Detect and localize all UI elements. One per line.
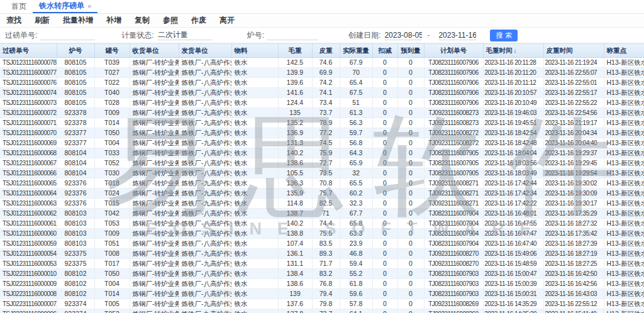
column-header-receiver[interactable]: 收货单位	[130, 44, 179, 58]
cell-tare: 71.7	[312, 259, 340, 269]
date-from-input[interactable]	[384, 30, 422, 40]
table-row[interactable]: TSJ01231116000077808105T027炼钢厂-转炉业务区炼铁厂-…	[0, 68, 644, 78]
table-row[interactable]: TSJ01231116000072923378T009炼钢厂-转炉业务区炼铁厂-…	[0, 108, 644, 118]
search-button[interactable]: 搜索	[490, 30, 518, 41]
cell-material: 铁水	[231, 309, 278, 313]
table-row[interactable]: TSJ01231116000054923375T008炼钢厂-转炉业务区炼铁厂-…	[0, 249, 644, 259]
cell-deduction: 0	[372, 219, 397, 229]
cell-net: 61.3	[340, 108, 372, 118]
table-row[interactable]: TSJ01231116000068808104T033炼钢厂-转炉业务区炼铁厂-…	[0, 148, 644, 158]
table-row[interactable]: TSJ01231116000069923377T004炼钢厂-转炉业务区炼铁厂-…	[0, 138, 644, 148]
table-row[interactable]: TSJ01231116000065923376T018炼钢厂-转炉业务区炼铁厂-…	[0, 178, 644, 189]
measure-status-input[interactable]	[158, 30, 212, 40]
add-button[interactable]: 补增	[106, 15, 121, 26]
cell-net: 55.2	[340, 269, 372, 279]
cell-shipper: 炼铁厂-九高炉作业区	[179, 128, 231, 138]
cell-tare: 74.6	[312, 58, 340, 68]
table-row[interactable]: TSJ02231116000007923374T005炼钢厂-转炉业务区炼铁厂-…	[0, 299, 644, 309]
filter-bar: 过磅单号: 计量状态: 炉号: 创建日期: - 搜索	[0, 28, 644, 43]
cell-material: 铁水	[231, 189, 278, 199]
table-row[interactable]: TSJ01231116000073808105T028炼钢厂-转炉业务区炼铁厂-…	[0, 98, 644, 108]
close-icon[interactable]: ×	[87, 3, 91, 10]
cell-tare_time: 2023-11-16 22:54:56	[543, 108, 604, 118]
copy-button[interactable]: 复制	[135, 15, 150, 26]
batch-add-button[interactable]: 批量补增	[63, 15, 93, 26]
waybill-no-input[interactable]	[40, 30, 95, 40]
column-header-gross_time[interactable]: 毛重时间↓	[483, 44, 543, 58]
table-row[interactable]: TSJ01231116000066808104T030炼钢厂-转炉业务区炼铁厂-…	[0, 168, 644, 178]
cell-gross: 136.3	[278, 178, 312, 189]
cell-gross_time: 2023-11-16 20:11:12	[483, 78, 543, 88]
cell-tare_time: 2023-11-16 19:30:02	[543, 178, 604, 189]
table-row[interactable]: TSJ02231116000006923374T052炼钢厂-转炉业务区炼铁厂-…	[0, 309, 644, 313]
table-row[interactable]: TSJ02231116000009808102T004炼钢厂-转炉业务区炼铁厂-…	[0, 279, 644, 289]
column-header-tank_no[interactable]: 罐号	[94, 44, 130, 58]
cell-shipper: 炼铁厂-九高炉作业区	[179, 299, 231, 309]
cell-plan_no: TJ09231116008269	[424, 309, 483, 313]
column-header-weigh_point[interactable]: 称重点	[604, 44, 644, 58]
cell-tank_no: T014	[94, 118, 130, 128]
column-header-tare_time[interactable]: 皮重时间	[543, 44, 604, 58]
sort-desc-icon[interactable]: ↓	[514, 47, 517, 54]
cell-gross: 105.5	[278, 168, 312, 178]
cell-shipper: 炼铁厂-八高炉作业区	[179, 148, 231, 158]
tab-molten-iron-transfer[interactable]: 铁水转序磅单 ×	[33, 0, 97, 13]
table-row[interactable]: TSJ01231116000063923376T015炼钢厂-转炉业务区炼铁厂-…	[0, 199, 644, 209]
column-header-material[interactable]: 物料	[231, 44, 278, 58]
column-header-waybill[interactable]: 过磅单号	[0, 44, 57, 58]
cell-gross_time: 2023-11-16 15:00:39	[483, 279, 543, 289]
cell-tank_no: T009	[94, 108, 130, 118]
table-row[interactable]: TSJ01231116000060808103T009炼钢厂-转炉业务区炼铁厂-…	[0, 229, 644, 239]
table-row[interactable]: TSJ02231116000010808102T050炼钢厂-转炉业务区炼铁厂-…	[0, 269, 644, 279]
table-row[interactable]: TSJ01231116000071923378T014炼钢厂-转炉业务区炼铁厂-…	[0, 118, 644, 128]
cell-deduction: 0	[372, 138, 397, 148]
cell-receiver: 炼钢厂-转炉业务区	[130, 269, 179, 279]
table-row[interactable]: TSJ01231116000074808105T040炼钢厂-转炉业务区炼铁厂-…	[0, 88, 644, 98]
cell-tank_no: T015	[94, 199, 130, 209]
column-header-shipper[interactable]: 发货单位	[179, 44, 231, 58]
table-row[interactable]: TSJ01231116000067808104T052炼钢厂-转炉业务区炼铁厂-…	[0, 158, 644, 168]
measure-status-label: 计量状态:	[121, 30, 153, 41]
furnace-no-input[interactable]	[267, 30, 318, 40]
reference-button[interactable]: 参照	[163, 15, 178, 26]
create-date-label: 创建日期:	[348, 30, 380, 41]
cell-deduction: 0	[372, 239, 397, 249]
cell-plan_no: TJ08231116007903	[424, 279, 483, 289]
cell-shipper: 炼铁厂-九高炉作业区	[179, 138, 231, 148]
date-to-input[interactable]	[438, 30, 476, 40]
cell-weigh_point: H13-新区铁水秤	[604, 229, 644, 239]
column-header-expected[interactable]: 预到量	[397, 44, 424, 58]
table-row[interactable]: TSJ02231116000008808102T014炼钢厂-转炉业务区炼铁厂-…	[0, 289, 644, 299]
cell-expected: 0	[397, 178, 424, 189]
table-row[interactable]: TSJ01231116000053923375T017炼钢厂-转炉业务区炼铁厂-…	[0, 259, 644, 269]
cell-tare: 69.9	[312, 68, 340, 78]
column-header-deduction[interactable]: 扣减	[372, 44, 397, 58]
cell-gross: 131.3	[278, 138, 312, 148]
void-button[interactable]: 作废	[191, 15, 206, 26]
cell-weigh_point: H13-新区铁水秤	[604, 289, 644, 299]
cell-tare_time: 2023-11-16 20:04:40	[543, 138, 604, 148]
find-button[interactable]: 查找	[6, 15, 21, 26]
column-header-plan_no[interactable]: 计划单号	[424, 44, 483, 58]
cell-plan_no: TJ09231116008271	[424, 178, 483, 189]
column-header-tare[interactable]: 皮重	[312, 44, 340, 58]
cell-gross: 136.9	[278, 128, 312, 138]
column-header-gross[interactable]: 毛重	[278, 44, 312, 58]
refresh-button[interactable]: 刷新	[35, 15, 50, 26]
table-row[interactable]: TSJ01231116000062808103T042炼钢厂-转炉业务区炼铁厂-…	[0, 209, 644, 219]
table-row[interactable]: TSJ01231116000076808105T022炼钢厂-转炉业务区炼铁厂-…	[0, 78, 644, 88]
table-row[interactable]: TSJ01231116000070923377T050炼钢厂-转炉业务区炼铁厂-…	[0, 128, 644, 138]
table-row[interactable]: TSJ01231116000064923376T024炼钢厂-转炉业务区炼铁厂-…	[0, 189, 644, 199]
table-row[interactable]: TSJ01231116000078808105T039炼钢厂-转炉业务区炼铁厂-…	[0, 58, 644, 68]
column-header-net[interactable]: 实际重量	[340, 44, 372, 58]
cell-net: 63.3	[340, 229, 372, 239]
table-row[interactable]: TSJ01231116000061808103T053炼钢厂-转炉业务区炼铁厂-…	[0, 219, 644, 229]
leave-button[interactable]: 离开	[219, 15, 235, 26]
cell-waybill: TSJ01231116000060	[0, 229, 57, 239]
cell-tare_time: 2023-11-16 19:29:45	[543, 158, 604, 168]
cell-plan_no: TJ09231116008270	[424, 249, 483, 259]
tab-home[interactable]: 首页	[5, 0, 33, 13]
column-header-furnace_no[interactable]: 炉号	[57, 44, 94, 58]
table-row[interactable]: TSJ01231116000059808103T051炼钢厂-转炉业务区炼铁厂-…	[0, 239, 644, 249]
cell-tare: 74.4	[312, 219, 340, 229]
